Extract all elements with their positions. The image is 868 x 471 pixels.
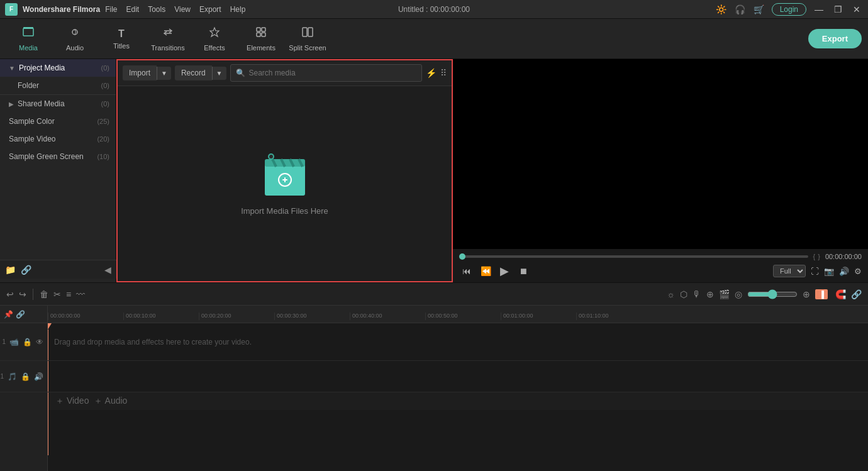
close-icon[interactable]: ✕: [850, 4, 863, 14]
record-button[interactable]: Record: [175, 65, 212, 80]
search-icon: 🔍: [236, 69, 245, 77]
video-track-eye-icon[interactable]: 👁: [36, 338, 43, 346]
mark-in-icon[interactable]: ▐: [815, 289, 828, 299]
auto-normalize-icon[interactable]: ☼: [667, 289, 675, 299]
effects-label: Effects: [204, 44, 225, 52]
toolbar-audio[interactable]: Audio: [53, 22, 97, 56]
redo-button[interactable]: ↪: [19, 289, 26, 299]
ripple-edit-icon[interactable]: ◎: [735, 289, 742, 299]
import-button[interactable]: Import: [123, 65, 157, 80]
title-bar-right: 🔆 🎧 🛒 Login — ❐ ✕: [715, 3, 863, 16]
cut-button[interactable]: ✂: [53, 289, 61, 299]
folder-count: (0): [101, 82, 109, 89]
toolbar-media[interactable]: Media: [6, 22, 50, 56]
time-ruler: 00:00:00:00 00:00:10:00 00:00:20:00 00:0…: [48, 306, 868, 323]
properties-button[interactable]: ≡: [66, 289, 71, 299]
audio-track-volume-icon[interactable]: 🔊: [34, 372, 43, 381]
export-button[interactable]: Export: [808, 29, 862, 48]
stop-button[interactable]: ⏹: [516, 263, 531, 279]
main-toolbar: Media Audio T Titles Transitions: [0, 19, 868, 59]
play-button[interactable]: ▶: [497, 263, 512, 279]
cart-icon[interactable]: 🛒: [753, 4, 765, 14]
filter-icon[interactable]: ⚡: [426, 68, 437, 78]
ts-0: 00:00:00:00: [48, 313, 123, 320]
toolbar-titles[interactable]: T Titles: [99, 22, 143, 56]
login-button[interactable]: Login: [772, 3, 806, 16]
sidebar-item-sample-color[interactable]: Sample Color (25): [0, 113, 116, 130]
menu-file[interactable]: File: [105, 5, 117, 14]
audio-waves-button[interactable]: 〰: [76, 289, 85, 299]
menu-export[interactable]: Export: [199, 5, 221, 14]
settings-button[interactable]: ⚙: [854, 267, 862, 276]
link-track-icon[interactable]: 🔗: [16, 310, 25, 319]
video-track-lock-icon[interactable]: 🔒: [23, 338, 32, 346]
toolbar-elements[interactable]: Elements: [239, 22, 283, 56]
add-folder-icon[interactable]: 📁: [5, 265, 16, 275]
undo-button[interactable]: ↩: [6, 289, 14, 299]
toolbar-transitions[interactable]: Transitions: [146, 22, 190, 56]
brightness-icon[interactable]: 🔆: [715, 4, 728, 14]
add-track-icon[interactable]: 📌: [4, 310, 13, 319]
tracks-scroll[interactable]: Drag and drop media and effects here to …: [48, 323, 868, 471]
audio-label: Audio: [66, 44, 84, 52]
audio-track-lock-icon[interactable]: 🔒: [21, 372, 30, 381]
sidebar-item-sample-green-screen[interactable]: Sample Green Screen (10): [0, 148, 116, 165]
audio-track-row[interactable]: [48, 361, 868, 392]
minimize-icon[interactable]: —: [813, 4, 825, 14]
toolbar-effects[interactable]: Effects: [192, 22, 236, 56]
timeline-toolbar: ↩ ↪ 🗑 ✂ ≡ 〰 ☼ ⬡ 🎙 ⊕ 🎬 ◎ ⊕ ▐ 🧲 🔗: [0, 283, 868, 306]
titles-icon: T: [118, 28, 125, 40]
menu-help[interactable]: Help: [230, 5, 246, 14]
record-dropdown-arrow[interactable]: ▼: [212, 67, 226, 80]
snapshot-button[interactable]: 📷: [824, 267, 834, 276]
sidebar-item-sample-video[interactable]: Sample Video (20): [0, 130, 116, 148]
menu-edit[interactable]: Edit: [126, 5, 139, 14]
shared-media-expand-icon: ▶: [9, 101, 14, 108]
sidebar-item-project-media[interactable]: ▼ Project Media (0): [0, 59, 116, 77]
media-toolbar: Import ▼ Record ▼ 🔍 ⚡ ⠿: [118, 60, 452, 86]
headphone-icon[interactable]: 🎧: [734, 4, 747, 14]
fullscreen-button[interactable]: ⛶: [811, 267, 819, 276]
ts-40: 00:00:40:00: [350, 313, 425, 320]
toolbar-splitscreen[interactable]: Split Screen: [286, 22, 330, 56]
menu-tools[interactable]: Tools: [148, 5, 165, 14]
sample-video-count: (20): [97, 135, 109, 143]
media-drop-area[interactable]: Import Media Files Here: [118, 86, 452, 281]
add-media-icon[interactable]: ⊕: [706, 289, 714, 299]
svg-rect-0: [23, 28, 33, 36]
add-video-track-button[interactable]: ＋ Video: [55, 396, 89, 407]
quality-select[interactable]: Full 1/2 1/4: [773, 265, 806, 277]
folder-label: Folder: [18, 81, 39, 90]
clip-blend-icon[interactable]: ⬡: [680, 289, 687, 299]
voice-icon[interactable]: 🎙: [693, 289, 701, 299]
ts-30: 00:00:30:00: [274, 313, 350, 320]
splitscreen-label: Split Screen: [289, 44, 326, 52]
video-track-number: 1: [2, 338, 6, 345]
search-input[interactable]: [249, 65, 416, 81]
zoom-fit-icon[interactable]: ⊕: [803, 289, 810, 299]
menu-view[interactable]: View: [174, 5, 191, 14]
app-logo: F: [5, 3, 18, 16]
sidebar-item-folder[interactable]: Folder (0): [0, 77, 116, 94]
delete-button[interactable]: 🗑: [40, 289, 48, 299]
skip-back-button[interactable]: ⏮: [459, 263, 474, 279]
scene-detect-icon[interactable]: 🎬: [719, 289, 730, 299]
grid-layout-icon[interactable]: ⠿: [440, 68, 447, 78]
panel-collapse-icon[interactable]: ◀: [104, 265, 111, 275]
media-label: Media: [19, 44, 38, 52]
snap-toggle[interactable]: 🧲: [835, 289, 846, 299]
frame-back-button[interactable]: ⏪: [478, 263, 493, 279]
link-toggle[interactable]: 🔗: [851, 289, 862, 299]
progress-bar[interactable]: [459, 255, 808, 258]
import-dropdown-arrow[interactable]: ▼: [157, 67, 171, 80]
timeline-right-controls: ☼ ⬡ 🎙 ⊕ 🎬 ◎ ⊕ ▐: [667, 289, 828, 299]
folder-link-icon[interactable]: 🔗: [21, 265, 31, 275]
sidebar-item-shared-media[interactable]: ▶ Shared Media (0): [0, 95, 116, 113]
video-track-row[interactable]: Drag and drop media and effects here to …: [48, 323, 868, 361]
volume-button[interactable]: 🔊: [839, 267, 849, 276]
maximize-icon[interactable]: ❐: [832, 4, 844, 14]
add-audio-track-button[interactable]: ＋ Audio: [94, 396, 127, 407]
project-media-label: Project Media: [19, 64, 65, 72]
zoom-slider[interactable]: [747, 289, 798, 299]
svg-point-19: [269, 154, 274, 159]
